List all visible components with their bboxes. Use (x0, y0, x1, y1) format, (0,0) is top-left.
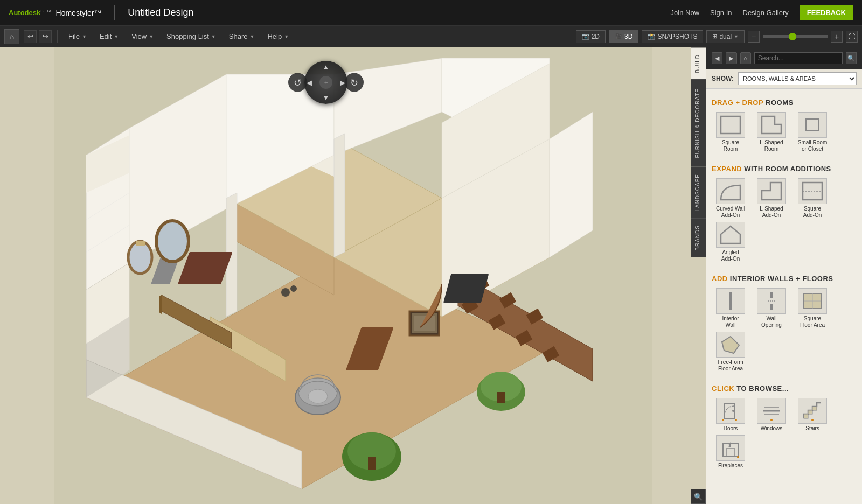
canvas-search-button[interactable]: 🔍 (691, 489, 706, 504)
snapshots-button[interactable]: 📸 SNAPSHOTS (642, 30, 703, 43)
sign-in-link[interactable]: Sign In (710, 9, 732, 17)
view-3d-label: 3D (624, 33, 632, 40)
search-icon: 🔍 (694, 493, 703, 501)
design-gallery-link[interactable]: Design Gallery (743, 9, 789, 17)
join-now-link[interactable]: Join Now (671, 9, 699, 17)
expand-normal: WITH ROOM ADDITIONS (744, 165, 831, 173)
expand-highlight: EXPAND (712, 165, 742, 173)
right-panel: BUILD FURNISH & DECORATE LANDSCAPE BRAND… (706, 47, 862, 504)
autodesk-label: AutodeskBETA (9, 9, 52, 17)
shopping-list-menu[interactable]: Shopping List ▼ (161, 30, 221, 43)
dual-label: dual (719, 33, 732, 40)
file-menu[interactable]: File ▼ (63, 30, 92, 43)
svg-point-66 (722, 419, 724, 421)
rotate-right-button[interactable]: ↻ (345, 73, 364, 92)
camera-2d-icon: 📷 (582, 33, 589, 40)
svg-rect-35 (497, 392, 505, 403)
brands-tab[interactable]: BRANDS (691, 218, 706, 257)
pan-down-button[interactable]: ▼ (323, 94, 330, 102)
panel-back-button[interactable]: ◀ (712, 52, 722, 64)
zoom-slider[interactable] (763, 35, 828, 38)
add-highlight: ADD (712, 275, 728, 283)
square-room-item[interactable]: SquareRoom (712, 112, 749, 152)
sq-floor-icon (798, 288, 827, 314)
home-button[interactable]: ⌂ (4, 29, 19, 44)
redo-button[interactable]: ↪ (39, 30, 52, 43)
build-tab-label: BUILD (694, 54, 700, 73)
wall-opening-item[interactable]: WallOpening (753, 288, 790, 328)
furnish-decorate-tab[interactable]: FURNISH & DECORATE (691, 79, 706, 167)
nav-center-button[interactable]: ✛ (319, 76, 332, 89)
sq-floor-item[interactable]: SquareFloor Area (794, 288, 831, 328)
help-menu[interactable]: Help ▼ (262, 30, 294, 43)
square-room-icon (716, 112, 745, 138)
curved-wall-item[interactable]: Curved WallAdd-On (712, 178, 749, 219)
fullscreen-icon: ⛶ (849, 33, 855, 40)
wall-opening-icon (757, 288, 786, 314)
drag-drop-normal: ROOMS (766, 99, 794, 107)
pan-left-button[interactable]: ◀ (307, 79, 312, 87)
svg-rect-32 (368, 457, 376, 470)
panel-search-button[interactable]: 🔍 (846, 52, 857, 64)
click-highlight: CLICK (712, 384, 734, 393)
doors-item[interactable]: Doors (712, 398, 749, 432)
feedback-button[interactable]: FEEDBACK (800, 5, 853, 20)
small-room-item[interactable]: Small Roomor Closet (794, 112, 831, 152)
landscape-tab-label: LANDSCAPE (694, 174, 700, 212)
edit-menu[interactable]: Edit ▼ (94, 30, 124, 43)
lshaped-addon-item[interactable]: L-ShapedAdd-On (753, 178, 790, 219)
square-addon-label: SquareAdd-On (803, 206, 822, 219)
fireplaces-item[interactable]: Fireplaces (712, 435, 749, 469)
freeform-floor-item[interactable]: Free-FormFloor Area (712, 332, 749, 372)
additions-grid: Curved WallAdd-On L-ShapedAdd-On (712, 178, 857, 262)
view-2d-button[interactable]: 📷 2D (576, 30, 606, 43)
floor-plan-scene (0, 47, 706, 504)
view-3d-button[interactable]: 🎥 3D (609, 30, 638, 43)
svg-point-49 (290, 285, 297, 292)
share-menu[interactable]: Share ▼ (224, 30, 260, 43)
square-addon-item[interactable]: SquareAdd-On (794, 178, 831, 219)
doors-label: Doors (724, 425, 738, 432)
svg-point-67 (735, 419, 737, 421)
rooms-grid: SquareRoom L-ShapedRoom (712, 112, 857, 152)
pan-up-button[interactable]: ▲ (323, 63, 330, 71)
lshaped-addon-label: L-ShapedAdd-On (760, 206, 783, 219)
share-arrow: ▼ (249, 34, 254, 39)
fireplaces-icon (716, 435, 745, 461)
view-menu[interactable]: View ▼ (126, 30, 159, 43)
windows-item[interactable]: Windows (753, 398, 790, 432)
svg-rect-29 (443, 274, 489, 303)
panel-content: DRAG + DROP ROOMS SquareRoom (706, 89, 862, 504)
svg-point-65 (732, 410, 734, 412)
build-tab[interactable]: BUILD (691, 47, 706, 79)
windows-label: Windows (761, 425, 783, 432)
top-bar: AutodeskBETA Homestyler™ Untitled Design… (0, 0, 862, 26)
dual-button[interactable]: ⊞ dual ▼ (706, 30, 745, 43)
file-label: File (68, 32, 80, 40)
panel-forward-button[interactable]: ▶ (726, 52, 736, 64)
svg-marker-13 (334, 134, 345, 257)
curved-wall-label: Curved WallAdd-On (716, 206, 745, 219)
zoom-in-button[interactable]: + (831, 31, 843, 43)
undo-button[interactable]: ↩ (24, 30, 37, 43)
interior-walls-header: ADD INTERIOR WALLS + FLOORS (712, 275, 857, 283)
fullscreen-button[interactable]: ⛶ (846, 31, 858, 43)
walls-grid: InteriorWall WallOpening (712, 288, 857, 372)
panel-search-input[interactable] (754, 52, 843, 64)
show-dropdown[interactable]: ROOMS, WALLS & AREAS ALL WALLS ONLY (738, 72, 857, 85)
stairs-item[interactable]: Stairs (794, 398, 831, 432)
svg-rect-74 (812, 407, 817, 410)
angled-addon-item[interactable]: AngledAdd-On (712, 222, 749, 262)
view-label: View (131, 32, 147, 40)
interior-wall-item[interactable]: InteriorWall (712, 288, 749, 328)
view-2d-label: 2D (592, 33, 600, 40)
dual-icon: ⊞ (712, 33, 717, 40)
square-room-label: SquareRoom (722, 139, 739, 152)
help-label: Help (267, 32, 282, 40)
dual-arrow: ▼ (734, 34, 739, 39)
canvas-area[interactable]: ↺ ▲ ▼ ◀ ▶ ✛ ↻ 🔍 (0, 47, 706, 504)
landscape-tab[interactable]: LANDSCAPE (691, 167, 706, 218)
zoom-out-button[interactable]: − (748, 31, 760, 43)
lshaped-room-item[interactable]: L-ShapedRoom (753, 112, 790, 152)
panel-home-button[interactable]: ⌂ (740, 52, 751, 64)
